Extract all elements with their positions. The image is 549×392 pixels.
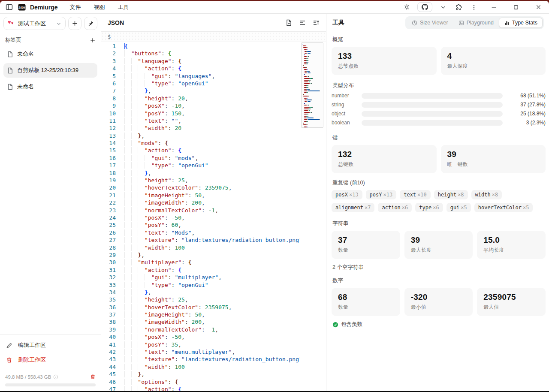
code-line[interactable]: 26 "text": "Mods", bbox=[101, 229, 300, 236]
tools-tab-playground[interactable]: Playground bbox=[453, 18, 499, 28]
pin-icon bbox=[88, 21, 94, 27]
sidebar-toggle-button[interactable] bbox=[4, 3, 14, 12]
format-document-button[interactable] bbox=[285, 19, 292, 26]
code-line[interactable]: 33 "type": "openGui" bbox=[101, 281, 300, 289]
edit-workspace-button[interactable]: 编辑工作区 bbox=[5, 338, 96, 353]
tab-item[interactable]: 自剪贴板 12-25/20:10:39 bbox=[3, 63, 97, 78]
code-line[interactable]: 2 "buttons": { bbox=[101, 50, 300, 57]
code-line[interactable]: 6 "type": "openGui" bbox=[101, 80, 300, 87]
tools-tab-type-stats[interactable]: Type Stats bbox=[499, 18, 543, 28]
code-line[interactable]: 11 "text": "", bbox=[101, 117, 300, 124]
more-menu-button[interactable] bbox=[469, 3, 479, 12]
menu-view[interactable]: 视图 bbox=[90, 2, 109, 12]
code-line[interactable]: 31 "action": { bbox=[101, 266, 300, 274]
code-line[interactable]: 39 "normalTextColor": -1, bbox=[101, 326, 300, 333]
code-text: "type": "openGui" bbox=[124, 281, 300, 289]
code-line[interactable]: 21 "imageHeight": 50, bbox=[101, 192, 300, 199]
code-line[interactable]: 34 }, bbox=[101, 289, 300, 296]
code-line[interactable]: 18 }, bbox=[101, 169, 300, 177]
type-distribution-label: 类型分布 bbox=[332, 82, 545, 89]
duplicate-key-chip: height×8 bbox=[434, 190, 468, 199]
code-line[interactable]: 1{ bbox=[101, 42, 300, 50]
code-line[interactable]: 10 "posY": 150, bbox=[101, 110, 300, 117]
code-line[interactable]: 19 "height": 25, bbox=[101, 177, 300, 184]
code-line[interactable]: 29 }, bbox=[101, 251, 300, 259]
tab-item[interactable]: 未命名 bbox=[3, 47, 97, 61]
code-line[interactable]: 46 "options": { bbox=[101, 378, 300, 386]
code-line[interactable]: 20 "hoverTextColor": 2359075, bbox=[101, 184, 300, 191]
code-text: "buttons": { bbox=[124, 50, 300, 57]
code-text: "text": "", bbox=[124, 117, 300, 124]
code-line[interactable]: 43 "texture": "land:textures/radiation_b… bbox=[101, 356, 300, 363]
code-line[interactable]: 47 "action": { bbox=[101, 386, 300, 391]
delete-workspace-button[interactable]: 删除工作区 bbox=[5, 353, 96, 367]
code-line[interactable]: 14 "mods": { bbox=[101, 139, 300, 147]
code-line[interactable]: 16 "gui": "mods", bbox=[101, 154, 300, 162]
code-line[interactable]: 9 "posX": -10, bbox=[101, 102, 300, 109]
tools-tab-size-viewer[interactable]: Size Viewer bbox=[407, 18, 453, 28]
code-line[interactable]: 4 "action": { bbox=[101, 65, 300, 72]
code-line[interactable]: 25 "posY": 60, bbox=[101, 221, 300, 229]
minimap[interactable] bbox=[302, 44, 320, 128]
line-number: 35 bbox=[101, 296, 116, 303]
code-line[interactable]: 8 "height": 20, bbox=[101, 95, 300, 102]
theme-toggle-button[interactable] bbox=[402, 3, 411, 12]
menu-file[interactable]: 文件 bbox=[66, 2, 85, 12]
code-line[interactable]: 12 "width": 20 bbox=[101, 124, 300, 132]
extensions-button[interactable] bbox=[454, 3, 463, 12]
stat-label: 数量 bbox=[338, 304, 394, 311]
add-tab-button[interactable] bbox=[90, 37, 96, 43]
menu-tools[interactable]: 工具 bbox=[114, 2, 133, 12]
code-line[interactable]: 35 "height": 25, bbox=[101, 296, 300, 303]
clear-storage-button[interactable] bbox=[90, 374, 96, 380]
code-line[interactable]: 7 }, bbox=[101, 87, 300, 94]
code-text: "imageWidth": 200, bbox=[124, 199, 300, 206]
line-number: 20 bbox=[101, 184, 116, 191]
code-line[interactable]: 32 "gui": "multiplayer", bbox=[101, 274, 300, 281]
minimize-button[interactable] bbox=[489, 3, 498, 12]
stat-value: 133 bbox=[338, 51, 430, 61]
line-number: 10 bbox=[101, 110, 116, 117]
code-line[interactable]: 45 }, bbox=[101, 371, 300, 378]
minify-button[interactable] bbox=[299, 19, 306, 26]
line-number: 15 bbox=[101, 147, 116, 154]
code-line[interactable]: 15 "action": { bbox=[101, 147, 300, 154]
code-line[interactable]: 13 }, bbox=[101, 132, 300, 139]
stat-card: 132总键数 bbox=[332, 145, 437, 173]
code-line[interactable]: 24 "posX": -50, bbox=[101, 214, 300, 221]
maximize-button[interactable] bbox=[511, 3, 521, 12]
code-line[interactable]: 36 "hoverTextColor": 2359075, bbox=[101, 304, 300, 311]
code-line[interactable]: 17 "type": "openGui" bbox=[101, 162, 300, 169]
close-button[interactable] bbox=[534, 3, 543, 12]
add-workspace-button[interactable] bbox=[68, 17, 81, 30]
json-path-breadcrumb[interactable]: $ bbox=[101, 32, 326, 42]
code-line[interactable]: 3 "language": { bbox=[101, 57, 300, 65]
code-line[interactable]: 28 "width": 100 bbox=[101, 244, 300, 251]
code-text: "gui": "multiplayer", bbox=[124, 274, 300, 281]
workspace-selector[interactable]: ♥♥ 测试工作区 bbox=[3, 17, 66, 30]
code-line[interactable]: 40 "posX": -50, bbox=[101, 333, 300, 341]
code-line[interactable]: 41 "posY": 35, bbox=[101, 341, 300, 348]
pin-workspace-button[interactable] bbox=[84, 17, 97, 30]
code-line[interactable]: 22 "imageWidth": 200, bbox=[101, 199, 300, 206]
sort-keys-button[interactable] bbox=[313, 19, 320, 26]
code-line[interactable]: 5 "gui": "languages", bbox=[101, 72, 300, 80]
tab-item[interactable]: 未命名 bbox=[3, 79, 97, 94]
code-line[interactable]: 23 "normalTextColor": -1, bbox=[101, 207, 300, 214]
distribution-value: 37 (27.8%) bbox=[506, 102, 546, 108]
code-line[interactable]: 30 "multiplayer": { bbox=[101, 259, 300, 266]
code-line[interactable]: 27 "texture": "land:textures/radiation_b… bbox=[101, 236, 300, 244]
code-line[interactable]: 42 "text": "menu.multiplayer", bbox=[101, 348, 300, 356]
negative-numbers-note: 包含负数 bbox=[332, 321, 545, 328]
profile-menu-button[interactable] bbox=[438, 3, 448, 12]
app-window: JSON Demiurge 文件 视图 工具 bbox=[0, 1, 549, 391]
github-button[interactable] bbox=[417, 2, 432, 12]
code-line[interactable]: 37 "imageHeight": 50, bbox=[101, 311, 300, 318]
tab-label: 未命名 bbox=[17, 83, 34, 90]
code-line[interactable]: 44 "width": 100 bbox=[101, 363, 300, 371]
tab-label: 自剪贴板 12-25/20:10:39 bbox=[17, 66, 78, 74]
stat-label: 最大长度 bbox=[411, 247, 467, 254]
code-line[interactable]: 38 "imageWidth": 200, bbox=[101, 318, 300, 326]
code-editor[interactable]: 1{2 "buttons": {3 "language": {4 "action… bbox=[101, 42, 326, 391]
workspace-hearts-icon: ♥♥ bbox=[8, 20, 15, 27]
